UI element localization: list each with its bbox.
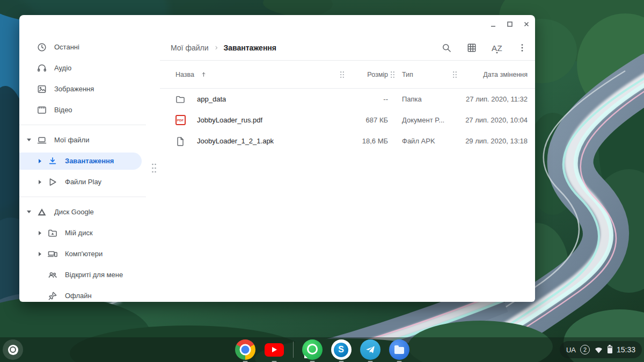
laptop-icon bbox=[36, 135, 47, 146]
shelf-apps: S bbox=[0, 339, 644, 360]
search-icon[interactable] bbox=[440, 41, 453, 54]
column-resize-handle[interactable] bbox=[388, 71, 397, 78]
more-menu-icon[interactable] bbox=[516, 41, 529, 54]
battery-icon bbox=[608, 346, 612, 353]
sidebar-item-label: Комп'ютери bbox=[65, 250, 103, 258]
sidebar-item-my-drive[interactable]: Мій диск bbox=[19, 222, 148, 243]
sidebar-item-my-files[interactable]: Мої файли bbox=[19, 129, 148, 150]
pdf-file-icon: PDF bbox=[175, 115, 186, 126]
notification-count-badge: 2 bbox=[580, 345, 590, 354]
youtube-app-icon[interactable] bbox=[264, 339, 284, 360]
sidebar-item-recent[interactable]: Останні bbox=[19, 37, 148, 57]
sidebar-item-label: Диск Google bbox=[54, 208, 94, 216]
files-app-window: Останні Аудіо Зображення bbox=[19, 15, 535, 302]
column-header-type[interactable]: Тип bbox=[397, 71, 450, 78]
file-type: Документ P... bbox=[397, 116, 450, 124]
breadcrumb-current[interactable]: Завантаження bbox=[224, 44, 276, 52]
sidebar-item-video[interactable]: Відео bbox=[19, 99, 148, 120]
skype-icon: S bbox=[334, 343, 348, 357]
file-name-cell: JoobyLoader_1_2_1.apk bbox=[160, 136, 338, 147]
caret-collapsed-icon[interactable] bbox=[34, 252, 45, 256]
table-row[interactable]: PDF JobbyLoader_rus.pdf 687 КБ Документ … bbox=[160, 110, 535, 131]
column-resize-handle[interactable] bbox=[450, 71, 459, 78]
file-size: 18,6 МБ bbox=[346, 137, 388, 145]
caret-collapsed-icon[interactable] bbox=[34, 231, 45, 235]
close-button[interactable] bbox=[523, 21, 530, 27]
file-type: Файл APK bbox=[397, 137, 450, 145]
youtube-icon bbox=[265, 343, 284, 357]
sidebar-item-offline[interactable]: Офлайн bbox=[19, 285, 148, 302]
sidebar-item-label: Зображення bbox=[54, 85, 94, 93]
minimize-button[interactable] bbox=[490, 21, 496, 27]
people-icon bbox=[47, 270, 58, 280]
video-icon bbox=[36, 105, 47, 115]
file-name: JobbyLoader_rus.pdf bbox=[197, 116, 262, 124]
sidebar-item-play-files[interactable]: Файли Play bbox=[19, 171, 148, 192]
sidebar-resize-handle[interactable] bbox=[151, 163, 157, 173]
window-controls bbox=[490, 21, 530, 27]
whatsapp-icon bbox=[307, 344, 318, 354]
caret-collapsed-icon[interactable] bbox=[34, 180, 45, 184]
telegram-app-icon[interactable] bbox=[360, 339, 380, 360]
column-label: Розмір bbox=[367, 71, 388, 78]
column-header-name[interactable]: Назва bbox=[160, 71, 338, 78]
file-date: 29 лип. 2020, 13:18 bbox=[459, 137, 535, 145]
sidebar-item-label: Файли Play bbox=[65, 178, 101, 186]
main-pane: Мої файли Завантаження AZ bbox=[148, 15, 535, 302]
desktop: Останні Аудіо Зображення bbox=[0, 0, 644, 362]
files-app-icon[interactable] bbox=[389, 339, 409, 360]
sort-az-icon[interactable]: AZ bbox=[491, 41, 503, 54]
file-type: Папка bbox=[397, 95, 450, 103]
sidebar-item-audio[interactable]: Аудіо bbox=[19, 57, 148, 78]
sidebar: Останні Аудіо Зображення bbox=[19, 15, 148, 302]
column-header-size[interactable]: Розмір bbox=[346, 71, 388, 78]
file-list-header: Назва Розмір Тип bbox=[160, 61, 535, 89]
folder-icon bbox=[175, 94, 186, 105]
sidebar-divider bbox=[19, 197, 146, 197]
maximize-button[interactable] bbox=[507, 21, 513, 27]
whatsapp-app-icon[interactable] bbox=[302, 339, 323, 360]
file-name: JoobyLoader_1_2_1.apk bbox=[197, 137, 274, 145]
sidebar-item-downloads[interactable]: Завантаження bbox=[19, 153, 142, 170]
table-row[interactable]: JoobyLoader_1_2_1.apk 18,6 МБ Файл APK 2… bbox=[160, 131, 535, 151]
column-header-date[interactable]: Дата змінення bbox=[459, 71, 535, 78]
sort-ascending-icon bbox=[200, 71, 207, 78]
file-size: 687 КБ bbox=[346, 116, 388, 124]
caret-collapsed-icon[interactable] bbox=[34, 159, 45, 163]
table-row[interactable]: app_data -- Папка 27 лип. 2020, 11:32 bbox=[160, 89, 535, 110]
download-icon bbox=[47, 156, 58, 166]
folder-drive-icon bbox=[47, 228, 58, 238]
sidebar-item-google-drive[interactable]: Диск Google bbox=[19, 201, 148, 222]
column-resize-handle[interactable] bbox=[338, 71, 346, 78]
system-tray[interactable]: UA 2 15:33 bbox=[560, 341, 642, 358]
breadcrumb: Мої файли Завантаження bbox=[171, 44, 276, 52]
pin-icon bbox=[47, 291, 58, 301]
caret-expanded-icon[interactable] bbox=[24, 139, 34, 141]
caret-expanded-icon[interactable] bbox=[24, 211, 34, 213]
sidebar-item-label: Відео bbox=[54, 106, 72, 114]
grid-view-icon[interactable] bbox=[465, 41, 478, 54]
sidebar-item-computers[interactable]: Комп'ютери bbox=[19, 243, 148, 264]
sidebar-item-label: Мій диск bbox=[65, 229, 93, 237]
toolbar-actions: AZ bbox=[440, 41, 529, 54]
telegram-icon bbox=[364, 344, 376, 356]
file-date: 27 лип. 2020, 10:04 bbox=[459, 116, 535, 124]
shelf: S UA 2 15:33 bbox=[0, 337, 644, 362]
file-size: -- bbox=[346, 95, 388, 103]
file-name: app_data bbox=[197, 95, 226, 103]
chrome-app-icon[interactable] bbox=[235, 339, 255, 360]
breadcrumb-parent[interactable]: Мої файли bbox=[171, 44, 209, 52]
chevron-right-icon bbox=[214, 44, 219, 52]
skype-app-icon[interactable]: S bbox=[331, 339, 352, 360]
clock: 15:33 bbox=[617, 345, 635, 354]
devices-icon bbox=[47, 249, 58, 259]
sidebar-item-shared-with-me[interactable]: Відкриті для мене bbox=[19, 264, 148, 285]
play-icon bbox=[47, 177, 58, 187]
keyboard-layout-badge: UA bbox=[566, 346, 576, 354]
shelf-separator bbox=[293, 342, 294, 358]
sidebar-item-label: Офлайн bbox=[65, 292, 92, 300]
sidebar-item-label: Відкриті для мене bbox=[65, 271, 123, 279]
folder-icon bbox=[394, 347, 404, 354]
pdf-label: PDF bbox=[175, 115, 186, 125]
sidebar-item-images[interactable]: Зображення bbox=[19, 78, 148, 99]
